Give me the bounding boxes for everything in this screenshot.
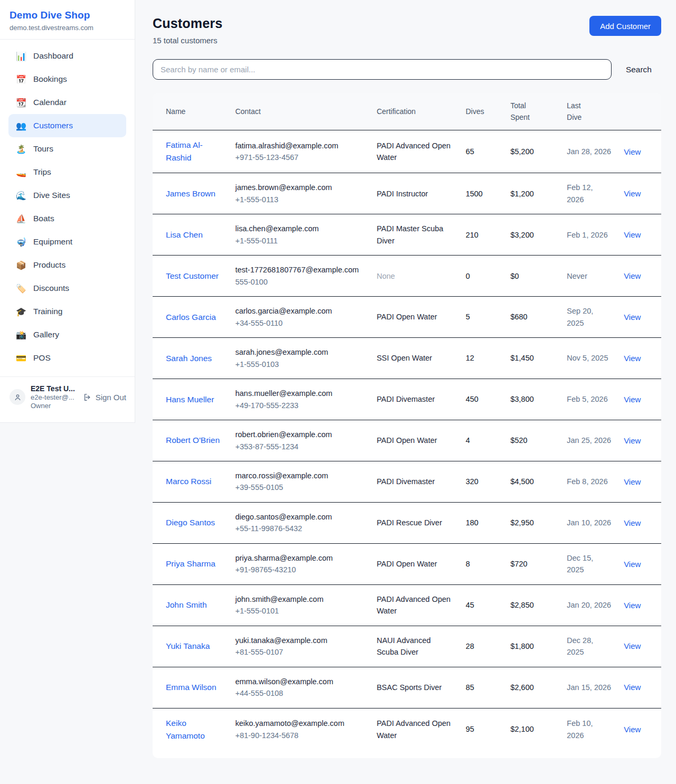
sign-out-button[interactable]: Sign Out bbox=[83, 393, 126, 402]
sidebar-item-gallery[interactable]: 📸 Gallery bbox=[8, 323, 126, 346]
customer-phone: +1-555-0111 bbox=[235, 235, 364, 247]
view-customer-link[interactable]: View bbox=[624, 436, 641, 445]
customer-last-dive: Jan 20, 2026 bbox=[560, 584, 617, 626]
wave-icon: 🌊 bbox=[16, 191, 26, 201]
sidebar-item-customers[interactable]: 👥 Customers bbox=[8, 114, 126, 137]
view-customer-link[interactable]: View bbox=[624, 560, 641, 569]
customer-name-link[interactable]: Lisa Chen bbox=[166, 230, 203, 239]
customer-phone: +1-555-0103 bbox=[235, 358, 364, 370]
customers-table: NameContactCertificationDivesTotal Spent… bbox=[153, 93, 661, 758]
customer-total-spent: $2,850 bbox=[504, 584, 560, 626]
view-customer-link[interactable]: View bbox=[624, 395, 641, 404]
sidebar-item-pos[interactable]: 💳 POS bbox=[8, 346, 126, 370]
search-input[interactable] bbox=[153, 59, 612, 80]
customer-total-spent: $5,200 bbox=[504, 130, 560, 173]
customer-certification: PADI Open Water bbox=[370, 543, 459, 584]
shop-domain: demo.test.divestreams.com bbox=[10, 24, 125, 32]
sidebar-item-boats[interactable]: ⛵ Boats bbox=[8, 207, 126, 230]
search-button[interactable]: Search bbox=[626, 65, 652, 74]
sidebar-item-equipment[interactable]: 🤿 Equipment bbox=[8, 230, 126, 253]
sidebar-footer: E2E Test U... e2e-tester@... Owner Sign … bbox=[0, 376, 135, 422]
customer-count: 15 total customers bbox=[153, 36, 222, 45]
camera-icon: 📸 bbox=[16, 330, 26, 340]
view-customer-link[interactable]: View bbox=[624, 641, 641, 650]
tag-icon: 🏷️ bbox=[16, 284, 26, 294]
customer-name-link[interactable]: Keiko Yamamoto bbox=[166, 719, 205, 740]
customer-name-link[interactable]: Yuki Tanaka bbox=[166, 641, 210, 650]
column-header-contact: Contact bbox=[229, 93, 370, 130]
customer-certification: PADI Open Water bbox=[370, 420, 459, 461]
customer-name-link[interactable]: John Smith bbox=[166, 600, 207, 609]
customer-total-spent: $2,600 bbox=[504, 667, 560, 708]
view-customer-link[interactable]: View bbox=[624, 271, 641, 280]
view-customer-link[interactable]: View bbox=[624, 601, 641, 610]
view-customer-link[interactable]: View bbox=[624, 147, 641, 156]
column-header-last-dive: Last Dive bbox=[560, 93, 617, 130]
customer-last-dive: Feb 12, 2026 bbox=[560, 173, 617, 214]
customer-name-link[interactable]: Hans Mueller bbox=[166, 395, 214, 404]
add-customer-button[interactable]: Add Customer bbox=[589, 16, 661, 36]
customer-dives: 210 bbox=[459, 214, 504, 256]
user-name: E2E Test U... bbox=[31, 384, 78, 393]
customer-phone: +39-555-0105 bbox=[235, 481, 364, 493]
customer-last-dive: Jan 10, 2026 bbox=[560, 502, 617, 543]
customer-name-link[interactable]: James Brown bbox=[166, 189, 215, 198]
island-icon: 🏝️ bbox=[16, 144, 26, 154]
view-customer-link[interactable]: View bbox=[624, 683, 641, 692]
customer-phone: +1-555-0113 bbox=[235, 194, 364, 205]
customer-dives: 45 bbox=[459, 584, 504, 626]
view-customer-link[interactable]: View bbox=[624, 230, 641, 239]
sidebar-item-bookings[interactable]: 📅 Bookings bbox=[8, 68, 126, 91]
sign-out-label: Sign Out bbox=[96, 393, 126, 402]
credit-card-icon: 💳 bbox=[16, 353, 26, 363]
sidebar-item-discounts[interactable]: 🏷️ Discounts bbox=[8, 277, 126, 300]
table-row: James Brown james.brown@example.com +1-5… bbox=[153, 173, 661, 214]
table-row: Robert O'Brien robert.obrien@example.com… bbox=[153, 420, 661, 461]
customer-name-link[interactable]: Priya Sharma bbox=[166, 559, 215, 568]
customer-total-spent: $680 bbox=[504, 297, 560, 338]
column-header-total-spent: Total Spent bbox=[504, 93, 560, 130]
customer-phone: 555-0100 bbox=[235, 276, 364, 288]
view-customer-link[interactable]: View bbox=[624, 189, 641, 198]
people-icon: 👥 bbox=[16, 121, 26, 131]
customer-total-spent: $0 bbox=[504, 256, 560, 297]
sidebar-item-dive-sites[interactable]: 🌊 Dive Sites bbox=[8, 184, 126, 207]
customer-name-link[interactable]: Diego Santos bbox=[166, 518, 215, 527]
sidebar-item-dashboard[interactable]: 📊 Dashboard bbox=[8, 44, 126, 68]
view-customer-link[interactable]: View bbox=[624, 725, 641, 734]
customer-name-link[interactable]: Robert O'Brien bbox=[166, 436, 220, 445]
sidebar-item-tours[interactable]: 🏝️ Tours bbox=[8, 137, 126, 160]
customer-dives: 95 bbox=[459, 708, 504, 758]
customer-dives: 5 bbox=[459, 297, 504, 338]
customer-dives: 85 bbox=[459, 667, 504, 708]
customer-name-link[interactable]: Marco Rossi bbox=[166, 477, 211, 486]
customer-email: yuki.tanaka@example.com bbox=[235, 635, 364, 646]
customer-name-link[interactable]: Sarah Jones bbox=[166, 354, 212, 363]
customer-last-dive: Jan 28, 2026 bbox=[560, 130, 617, 173]
sidebar-nav: 📊 Dashboard 📅 Bookings 📆 Calendar 👥 Cust… bbox=[0, 40, 135, 376]
view-customer-link[interactable]: View bbox=[624, 313, 641, 322]
customer-certification: PADI Divemaster bbox=[370, 379, 459, 420]
customer-name-link[interactable]: Test Customer bbox=[166, 271, 219, 280]
customer-name-link[interactable]: Emma Wilson bbox=[166, 683, 217, 692]
customer-total-spent: $2,100 bbox=[504, 708, 560, 758]
table-row: Lisa Chen lisa.chen@example.com +1-555-0… bbox=[153, 214, 661, 256]
sidebar-item-training[interactable]: 🎓 Training bbox=[8, 300, 126, 323]
customer-name-link[interactable]: Fatima Al-Rashid bbox=[166, 140, 203, 162]
sidebar-item-calendar[interactable]: 📆 Calendar bbox=[8, 91, 126, 114]
sidebar-item-trips[interactable]: 🚤 Trips bbox=[8, 160, 126, 184]
customer-last-dive: Nov 5, 2025 bbox=[560, 338, 617, 379]
view-customer-link[interactable]: View bbox=[624, 354, 641, 363]
table-row: Hans Mueller hans.mueller@example.com +4… bbox=[153, 379, 661, 420]
sidebar-item-products[interactable]: 📦 Products bbox=[8, 253, 126, 277]
customer-certification: PADI Advanced Open Water bbox=[370, 584, 459, 626]
customer-dives: 180 bbox=[459, 502, 504, 543]
customer-certification: PADI Open Water bbox=[370, 297, 459, 338]
view-customer-link[interactable]: View bbox=[624, 518, 641, 527]
customer-last-dive: Feb 1, 2026 bbox=[560, 214, 617, 256]
customer-certification: PADI Advanced Open Water bbox=[370, 130, 459, 173]
customer-name-link[interactable]: Carlos Garcia bbox=[166, 313, 216, 322]
customer-email: fatima.alrashid@example.com bbox=[235, 140, 364, 152]
customer-total-spent: $1,200 bbox=[504, 173, 560, 214]
view-customer-link[interactable]: View bbox=[624, 477, 641, 486]
